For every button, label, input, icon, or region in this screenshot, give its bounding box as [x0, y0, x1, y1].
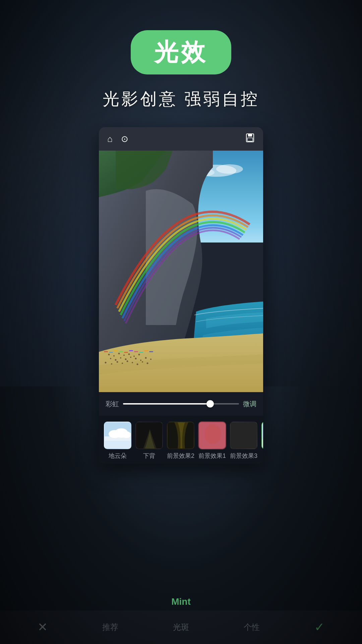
effect-label-fg3: 前景效果3	[230, 452, 257, 460]
title-badge: 光效	[131, 30, 231, 74]
svg-point-31	[137, 364, 138, 365]
effect-label-fg2: 前景效果2	[167, 452, 194, 460]
svg-point-22	[140, 360, 141, 361]
svg-point-19	[125, 359, 127, 360]
main-content: 光效 光影创意 强弱自控 ⌂ ⊙	[0, 0, 362, 644]
svg-point-28	[122, 363, 123, 364]
slider-area: 彩虹 微调	[99, 392, 263, 416]
svg-rect-36	[114, 350, 118, 351]
toolbar-left: ⌂ ⊙	[107, 134, 128, 144]
effect-item-fg2[interactable]: 前景效果2	[167, 422, 194, 460]
phone-toolbar: ⌂ ⊙	[99, 127, 263, 151]
save-icon[interactable]	[245, 133, 255, 145]
effect-thumb-downbg	[135, 422, 163, 449]
effect-label-fg1: 前景效果1	[198, 452, 226, 460]
svg-rect-49	[105, 441, 131, 449]
svg-point-13	[128, 354, 130, 355]
svg-rect-40	[134, 351, 138, 352]
svg-point-20	[130, 357, 131, 358]
svg-point-26	[111, 363, 112, 365]
svg-rect-37	[119, 351, 123, 352]
svg-rect-38	[124, 352, 128, 353]
svg-point-10	[113, 355, 115, 357]
effect-item-fg1[interactable]: 前景效果1	[198, 422, 226, 460]
phone-mockup: ⌂ ⊙	[99, 127, 263, 464]
svg-point-27	[117, 361, 118, 363]
home-icon[interactable]: ⌂	[107, 134, 113, 144]
svg-point-5	[216, 164, 243, 174]
svg-point-30	[132, 362, 133, 363]
app-title: 光效	[154, 39, 208, 65]
slider-fill	[123, 403, 210, 405]
svg-point-24	[150, 359, 152, 360]
svg-point-12	[123, 355, 125, 356]
svg-rect-41	[139, 352, 143, 353]
effect-thumb-clouds	[104, 422, 131, 449]
effect-thumb-fg3	[230, 422, 257, 449]
svg-point-17	[115, 359, 117, 361]
svg-point-25	[105, 362, 107, 364]
svg-point-18	[120, 357, 121, 359]
effect-thumb-fg2	[167, 422, 194, 449]
effect-thumb-rainbow: ✓	[261, 422, 263, 449]
svg-rect-39	[129, 350, 133, 351]
effect-item-rainbow[interactable]: ✓ 彩虹	[261, 422, 263, 460]
mint-label: Mint	[171, 596, 191, 607]
svg-point-11	[118, 353, 120, 355]
effect-item-downbg[interactable]: 下背	[135, 422, 163, 460]
svg-point-14	[133, 356, 135, 357]
svg-point-53	[204, 424, 221, 444]
slider-thumb[interactable]	[206, 400, 214, 408]
effect-label-downbg: 下背	[143, 452, 155, 460]
svg-rect-1	[248, 134, 252, 137]
svg-point-33	[147, 363, 148, 364]
app-subtitle: 光影创意 强弱自控	[103, 88, 259, 110]
svg-rect-43	[149, 351, 153, 352]
effect-item-clouds[interactable]: 地云朵	[104, 422, 131, 460]
photo-canvas	[99, 151, 263, 392]
effect-item-fg3[interactable]: 前景效果3	[230, 422, 257, 460]
svg-point-29	[127, 361, 128, 362]
slider-left-label: 彩虹	[106, 399, 119, 409]
svg-point-21	[135, 358, 137, 360]
effect-label-clouds: 地云朵	[109, 452, 127, 460]
svg-point-15	[138, 354, 140, 356]
svg-point-48	[122, 431, 131, 438]
effect-thumb-fg1	[198, 422, 226, 449]
scene-svg	[99, 151, 263, 392]
svg-point-16	[110, 358, 111, 359]
svg-rect-2	[247, 138, 253, 141]
slider-track[interactable]	[123, 403, 239, 405]
svg-rect-42	[144, 350, 148, 351]
svg-rect-35	[109, 352, 113, 353]
camera-icon[interactable]: ⊙	[121, 134, 128, 144]
svg-rect-57	[262, 439, 263, 449]
svg-rect-55	[231, 422, 257, 449]
effects-strip: 地云朵 下背	[99, 416, 263, 464]
slider-right-label: 微调	[243, 399, 256, 409]
svg-point-23	[145, 357, 147, 359]
svg-point-32	[142, 361, 143, 363]
svg-rect-34	[104, 351, 108, 352]
svg-point-9	[108, 354, 110, 356]
